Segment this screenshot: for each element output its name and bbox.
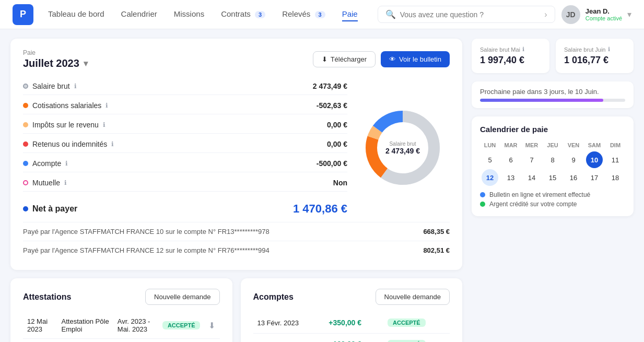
month-selector[interactable]: Juillet 2023 ▾ [23, 57, 88, 69]
cal-day-6[interactable]: 6 [502, 151, 519, 168]
nav-tableau-de-bord[interactable]: Tableau de bord [48, 7, 104, 21]
top-navigation: P Tableau de bord Calendrier Missions Co… [0, 0, 644, 29]
search-arrow[interactable]: › [544, 10, 547, 19]
attestations-title: Attestations [23, 292, 71, 302]
acomptes-card: Acomptes Nouvelle demande 13 Févr. 2023 … [241, 278, 463, 342]
nav-paie[interactable]: Paie [342, 7, 358, 21]
cal-legend: Bulletin en ligne et virement effectué A… [480, 191, 625, 208]
paie-row-cotisations: Cotisations salariales ℹ -502,63 € [23, 97, 347, 114]
user-menu[interactable]: JD Jean D. Compte activé ▾ [561, 5, 631, 24]
eye-icon: 👁 [389, 55, 396, 63]
salaire-juin-value: 1 016,77 € [564, 55, 625, 66]
net-value: 1 470,86 € [293, 202, 347, 216]
dot-salaire-brut [23, 84, 28, 89]
search-icon: 🔍 [385, 9, 396, 19]
nav-calendrier[interactable]: Calendrier [121, 7, 157, 21]
nav-links: Tableau de bord Calendrier Missions Cont… [48, 7, 378, 21]
paie-details: Salaire brut ℹ 2 473,49 € Cotisations sa… [23, 78, 347, 218]
logo-text: P [20, 9, 26, 20]
attestations-table: 12 Mai 2023 Attestation Pôle Emploi Avr.… [23, 312, 220, 342]
cal-day-5[interactable]: 5 [482, 151, 498, 168]
paie-label: Paie [23, 49, 88, 56]
dot-retenus [23, 141, 28, 147]
donut-value: 2 473,49 € [385, 147, 420, 155]
prochaine-paie-card: Prochaine paie dans 3 jours, le 10 Juin. [472, 81, 634, 108]
month-label: Juillet 2023 [23, 57, 79, 69]
donut-title: Salaire brut [385, 141, 420, 147]
dot-mutuelle [23, 180, 28, 185]
calendar-card: Calendrier de paie LUN MAR MER JEU VEN S… [472, 116, 634, 216]
cal-day-17[interactable]: 17 [586, 169, 603, 186]
cal-day-18[interactable]: 18 [607, 169, 624, 186]
cal-header-dim: DIM [605, 140, 625, 150]
donut-chart-container: Salaire brut 2 473,49 € [358, 103, 447, 192]
att-status-1: ACCEPTÉ [162, 321, 201, 329]
cal-header-sam: SAM [584, 140, 604, 150]
payment-row-2: Payé par l'Agence STAFFMATCH FRANCE 12 s… [23, 241, 450, 260]
payment-value-1: 668,35 € [423, 228, 450, 235]
acompte-row-2: 16 Déc. 2022 +160,00 € ACCEPTÉ [253, 334, 450, 343]
cal-day-15[interactable]: 15 [544, 169, 561, 186]
value-acompte: -500,00 € [317, 159, 347, 168]
info-icon-salaire-brut[interactable]: ℹ [74, 82, 77, 90]
cal-header-mer: MER [522, 140, 542, 150]
user-name: Jean D. [586, 7, 622, 15]
payment-label-2: Payé par l'Agence STAFFMATCH FRANCE 12 s… [23, 246, 270, 254]
search-area: 🔍 › [378, 6, 555, 23]
cal-day-13[interactable]: 13 [502, 169, 519, 186]
prochaine-paie-progress [480, 99, 625, 102]
nouvelle-demande-acompte-button[interactable]: Nouvelle demande [376, 289, 450, 305]
cal-day-9[interactable]: 9 [565, 151, 582, 168]
att-type-1: Attestation Pôle Emploi [57, 312, 113, 339]
dot-cotisations [23, 103, 28, 108]
acomptes-title: Acomptes [253, 292, 294, 302]
payment-value-2: 802,51 € [423, 246, 450, 254]
nav-missions[interactable]: Missions [174, 7, 204, 21]
paie-row-acompte: Acompte ℹ -500,00 € [23, 155, 347, 172]
voir-bulletin-button[interactable]: 👁 Voir le bulletin [381, 51, 450, 67]
att-type-2: Attestation Pôle Emploi [57, 339, 113, 343]
calendar-title: Calendrier de paie [480, 125, 625, 134]
nav-releves[interactable]: Relevés 3 [282, 7, 325, 21]
cal-day-8[interactable]: 8 [544, 151, 561, 168]
value-cotisations: -502,63 € [317, 101, 347, 110]
info-icon-acompte[interactable]: ℹ [65, 160, 68, 167]
user-status: Compte activé [586, 15, 622, 21]
paie-row-impots: Impôts sur le revenu ℹ 0,00 € [23, 116, 347, 134]
paie-row-mutuelle: Mutuelle ℹ Non [23, 174, 347, 192]
info-icon-cotisations[interactable]: ℹ [106, 102, 108, 109]
cal-day-10[interactable]: 10 [586, 151, 603, 168]
nav-contrats[interactable]: Contrats 3 [221, 7, 265, 21]
download-button[interactable]: ⬇ Télécharger [313, 51, 376, 67]
avatar: JD [561, 5, 580, 24]
salaire-mai-card: Salaire brut Mai ℹ 1 997,40 € [472, 39, 549, 73]
download-att-1-icon[interactable]: ⬇ [208, 321, 215, 330]
attestations-header: Attestations Nouvelle demande [23, 289, 220, 305]
att-period-1: Avr. 2023 - Mai. 2023 [113, 312, 158, 339]
salaire-mai-value: 1 997,40 € [480, 55, 541, 66]
cal-day-16[interactable]: 16 [565, 169, 582, 186]
nouvelle-demande-attestation-button[interactable]: Nouvelle demande [145, 289, 219, 305]
chevron-down-icon: ▾ [627, 9, 631, 19]
contrats-badge: 3 [255, 11, 265, 18]
user-info: Jean D. Compte activé [586, 7, 622, 21]
cal-day-14[interactable]: 14 [523, 169, 540, 186]
cal-day-12[interactable]: 12 [482, 169, 498, 186]
info-icon-salaire-mai[interactable]: ℹ [522, 46, 524, 53]
value-retenus: 0,00 € [327, 140, 347, 148]
prochaine-paie-text: Prochaine paie dans 3 jours, le 10 Juin. [480, 88, 625, 96]
cal-day-7[interactable]: 7 [523, 151, 540, 168]
info-icon-mutuelle[interactable]: ℹ [64, 179, 67, 186]
cal-day-11[interactable]: 11 [607, 151, 624, 168]
acompte-row-1: 13 Févr. 2023 +350,00 € ACCEPTÉ [253, 312, 450, 334]
donut-label: Salaire brut 2 473,49 € [385, 141, 420, 155]
info-icon-impots[interactable]: ℹ [103, 121, 106, 128]
info-icon-retenus[interactable]: ℹ [111, 140, 114, 148]
cal-header-lun: LUN [480, 140, 500, 150]
paie-row-retenus: Retenus ou indemnités ℹ 0,00 € [23, 136, 347, 153]
info-icon-salaire-juin[interactable]: ℹ [608, 46, 610, 53]
main-layout: Paie Juillet 2023 ▾ ⬇ Télécharger 👁 Voir… [0, 29, 644, 342]
search-input[interactable] [400, 10, 541, 19]
paie-card: Paie Juillet 2023 ▾ ⬇ Télécharger 👁 Voir… [10, 39, 462, 270]
cal-legend-virement: Bulletin en ligne et virement effectué [480, 191, 625, 198]
